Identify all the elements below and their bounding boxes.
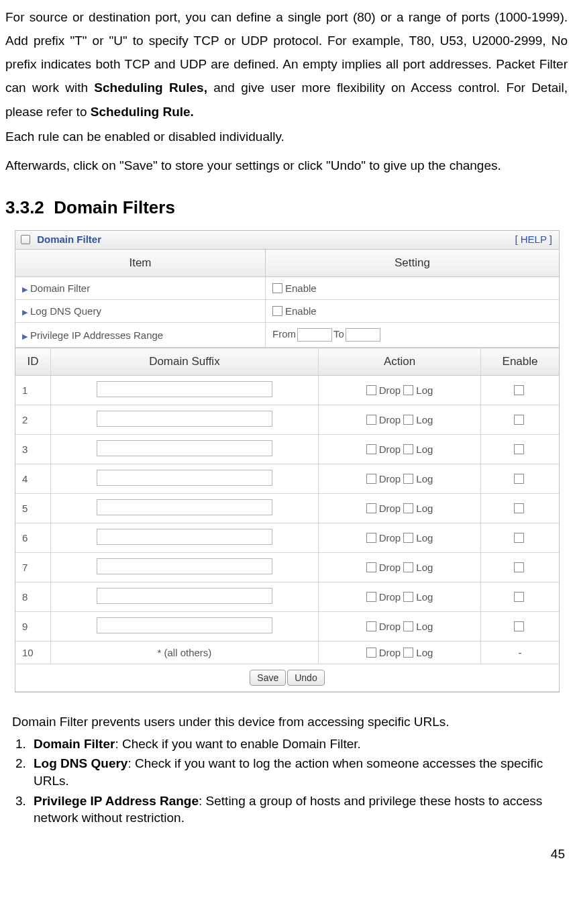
enable-checkbox[interactable]	[514, 562, 524, 572]
rules-header-suffix: Domain Suffix	[50, 348, 318, 376]
table-row: 1Drop Log	[15, 376, 559, 405]
log-checkbox[interactable]	[403, 444, 413, 454]
ip-range-to-input[interactable]	[346, 328, 380, 342]
domain-filter-checkbox[interactable]	[272, 283, 282, 293]
table-row: 6Drop Log	[15, 523, 559, 553]
list-item-bold: Privilege IP Address Range	[34, 794, 199, 808]
rule-action-cell: Drop Log	[318, 464, 480, 494]
rule-enable-cell	[481, 553, 559, 582]
desc-lead: Domain Filter prevents users under this …	[12, 713, 568, 731]
rule-id: 4	[15, 464, 50, 494]
domain-suffix-input[interactable]	[97, 411, 272, 427]
list-item: Privilege IP Address Range: Setting a gr…	[30, 792, 568, 827]
rule-suffix-cell	[50, 582, 318, 612]
log-checkbox[interactable]	[403, 533, 413, 543]
drop-checkbox[interactable]	[366, 385, 376, 395]
table-row: 2Drop Log	[15, 405, 559, 435]
list-item-bold: Log DNS Query	[34, 756, 127, 770]
table-row: 10* (all others)Drop Log-	[15, 641, 559, 664]
drop-checkbox[interactable]	[366, 562, 376, 572]
table-row: 3Drop Log	[15, 435, 559, 464]
settings-header-item: Item	[15, 250, 266, 277]
enable-checkbox[interactable]	[514, 503, 524, 513]
domain-suffix-input[interactable]	[97, 470, 272, 486]
table-row: 4Drop Log	[15, 464, 559, 494]
rule-id: 8	[15, 582, 50, 612]
log-checkbox[interactable]	[403, 592, 413, 602]
drop-label: Drop	[379, 562, 404, 573]
settings-table: Item Setting ▶Domain Filter Enable ▶Log …	[15, 250, 559, 348]
log-label: Log	[416, 384, 433, 396]
enable-checkbox[interactable]	[514, 444, 524, 454]
domain-suffix-input[interactable]	[97, 558, 272, 574]
domain-suffix-input[interactable]	[97, 588, 272, 604]
panel-title-wrap: Domain Filter	[21, 234, 101, 245]
save-button[interactable]: Save	[250, 670, 286, 686]
log-label: Log	[416, 532, 433, 544]
domain-suffix-input[interactable]	[97, 440, 272, 456]
enable-checkbox[interactable]	[514, 621, 524, 631]
rule-action-cell: Drop Log	[318, 523, 480, 553]
arrow-icon: ▶	[22, 285, 28, 293]
rule-suffix-cell	[50, 405, 318, 435]
drop-checkbox[interactable]	[366, 533, 376, 543]
drop-checkbox[interactable]	[366, 415, 376, 425]
ip-range-from-input[interactable]	[297, 328, 332, 342]
drop-checkbox[interactable]	[366, 474, 376, 484]
rule-enable-cell	[481, 405, 559, 435]
log-dns-text: Log DNS Query	[30, 305, 101, 317]
log-label: Log	[416, 414, 433, 425]
drop-checkbox[interactable]	[366, 503, 376, 513]
rule-suffix-cell: * (all others)	[50, 641, 318, 664]
rule-action-cell: Drop Log	[318, 494, 480, 523]
rule-suffix-cell	[50, 553, 318, 582]
domain-suffix-input[interactable]	[97, 499, 272, 515]
enable-checkbox[interactable]	[514, 415, 524, 425]
drop-label: Drop	[379, 591, 404, 603]
enable-checkbox[interactable]	[514, 533, 524, 543]
rule-action-cell: Drop Log	[318, 405, 480, 435]
rule-enable-cell	[481, 494, 559, 523]
log-dns-label: ▶Log DNS Query	[15, 300, 266, 323]
drop-checkbox[interactable]	[366, 592, 376, 602]
ip-range-to-label: To	[333, 328, 344, 340]
enable-checkbox[interactable]	[514, 385, 524, 395]
intro-paragraph-2: Each rule can be enabled or disabled ind…	[5, 126, 568, 147]
rule-id: 3	[15, 435, 50, 464]
enable-checkbox[interactable]	[514, 474, 524, 484]
drop-checkbox[interactable]	[366, 648, 376, 658]
rule-suffix-cell	[50, 494, 318, 523]
log-checkbox[interactable]	[403, 474, 413, 484]
rule-id: 6	[15, 523, 50, 553]
drop-checkbox[interactable]	[366, 621, 376, 631]
settings-header-setting: Setting	[266, 250, 560, 277]
rule-enable-cell	[481, 582, 559, 612]
log-label: Log	[416, 621, 433, 632]
intro-paragraph-1: For source or destination port, you can …	[5, 5, 568, 123]
log-dns-checkbox[interactable]	[272, 306, 282, 316]
log-checkbox[interactable]	[403, 385, 413, 395]
log-checkbox[interactable]	[403, 562, 413, 572]
log-checkbox[interactable]	[403, 648, 413, 658]
undo-button[interactable]: Undo	[287, 670, 324, 686]
rule-action-cell: Drop Log	[318, 612, 480, 641]
domain-suffix-input[interactable]	[97, 529, 272, 545]
rule-action-cell: Drop Log	[318, 435, 480, 464]
list-item-rest: : Check if you want to enable Domain Fil…	[115, 737, 360, 751]
rule-suffix-cell	[50, 435, 318, 464]
rule-action-cell: Drop Log	[318, 376, 480, 405]
log-checkbox[interactable]	[403, 415, 413, 425]
log-checkbox[interactable]	[403, 621, 413, 631]
drop-label: Drop	[379, 414, 404, 425]
log-checkbox[interactable]	[403, 503, 413, 513]
help-link[interactable]: [ HELP ]	[515, 234, 552, 245]
drop-checkbox[interactable]	[366, 444, 376, 454]
table-row: 9Drop Log	[15, 612, 559, 641]
rule-action-cell: Drop Log	[318, 553, 480, 582]
intro-p1-bold1: Scheduling Rules,	[94, 81, 207, 95]
rules-header-action: Action	[318, 348, 480, 376]
domain-suffix-input[interactable]	[97, 381, 272, 397]
arrow-icon: ▶	[22, 308, 28, 316]
domain-suffix-input[interactable]	[97, 617, 272, 633]
enable-checkbox[interactable]	[514, 592, 524, 602]
